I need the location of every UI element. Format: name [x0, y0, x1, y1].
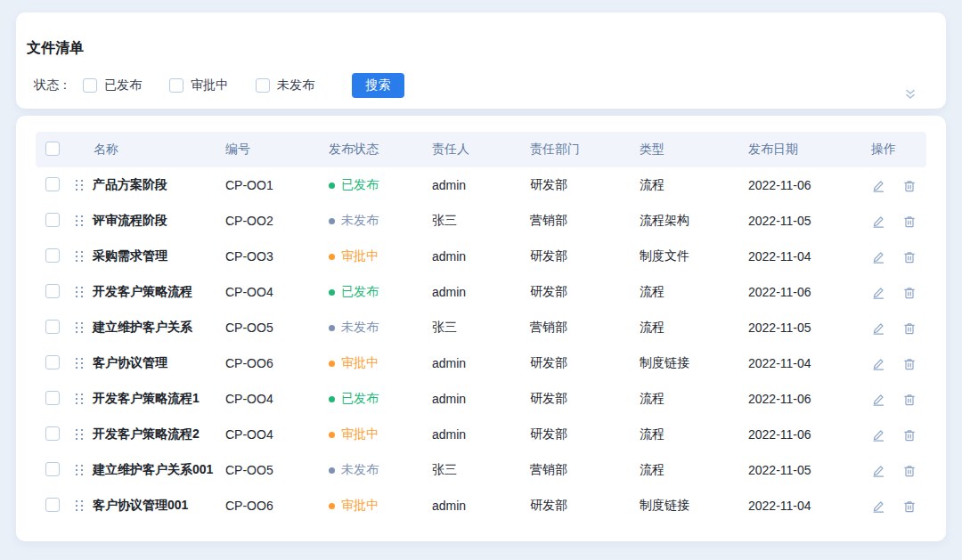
row-checkbox[interactable] — [45, 320, 60, 334]
filter-option-unpublished[interactable]: 未发布 — [256, 77, 314, 93]
row-name: 开发客户策略流程1 — [93, 391, 200, 407]
column-header-owner: 责任人 — [425, 132, 523, 167]
status-badge: 审批中 — [329, 355, 379, 371]
row-date: 2022-11-05 — [741, 203, 864, 239]
status-label: 审批中 — [341, 426, 379, 442]
status-dot-icon — [329, 289, 335, 296]
edit-pencil-icon[interactable] — [871, 428, 885, 442]
status-badge: 未发布 — [329, 213, 379, 229]
row-owner: admin — [425, 167, 523, 203]
row-type: 制度文件 — [632, 239, 741, 274]
double-chevron-down-icon[interactable] — [903, 87, 917, 101]
status-badge: 未发布 — [329, 462, 379, 478]
status-label: 审批中 — [341, 355, 379, 371]
row-code: CP-OO5 — [218, 452, 322, 488]
row-name: 建立维护客户关系001 — [93, 462, 213, 478]
edit-pencil-icon[interactable] — [871, 357, 885, 371]
file-table: 名称 编号 发布状态 责任人 责任部门 类型 发布日期 操作 — [36, 132, 926, 523]
row-checkbox[interactable] — [45, 213, 60, 227]
row-code: CP-OO5 — [218, 310, 322, 345]
row-checkbox[interactable] — [45, 284, 60, 298]
drag-handle-icon[interactable] — [75, 357, 84, 369]
table-row: 客户协议管理001 CP-OO6 审批中 admin 研发部 制度链接 2022… — [36, 488, 926, 523]
trash-icon[interactable] — [902, 286, 917, 300]
trash-icon[interactable] — [902, 357, 917, 371]
status-dot-icon — [329, 467, 335, 474]
row-date: 2022-11-04 — [741, 488, 864, 523]
row-type: 流程 — [632, 167, 741, 203]
status-label: 未发布 — [341, 320, 379, 336]
row-name: 客户协议管理001 — [93, 498, 188, 514]
status-dot-icon — [329, 183, 335, 189]
filter-option-approving[interactable]: 审批中 — [169, 77, 228, 93]
row-checkbox[interactable] — [45, 426, 60, 441]
row-owner: 张三 — [425, 310, 523, 345]
row-checkbox[interactable] — [45, 248, 60, 263]
trash-icon[interactable] — [902, 428, 917, 442]
trash-icon[interactable] — [902, 215, 917, 229]
edit-pencil-icon[interactable] — [871, 393, 885, 407]
row-checkbox[interactable] — [45, 462, 60, 476]
trash-icon[interactable] — [902, 499, 917, 514]
drag-handle-icon[interactable] — [75, 286, 84, 298]
edit-pencil-icon[interactable] — [871, 215, 885, 229]
trash-icon[interactable] — [902, 464, 917, 478]
row-date: 2022-11-06 — [741, 381, 864, 417]
trash-icon[interactable] — [902, 321, 917, 336]
row-name: 采购需求管理 — [93, 248, 167, 264]
row-type: 制度链接 — [632, 345, 741, 381]
table-body: 产品方案阶段 CP-OO1 已发布 admin 研发部 流程 2022-11-0… — [36, 167, 926, 523]
trash-icon[interactable] — [902, 250, 917, 264]
unpublished-checkbox[interactable] — [256, 78, 270, 93]
edit-pencil-icon[interactable] — [871, 499, 885, 514]
row-type: 流程 — [632, 381, 741, 417]
page-title: 文件清单 — [27, 39, 946, 57]
edit-pencil-icon[interactable] — [871, 250, 885, 264]
status-badge: 已发布 — [329, 391, 379, 407]
edit-pencil-icon[interactable] — [871, 321, 885, 336]
column-header-department: 责任部门 — [523, 132, 632, 167]
column-header-type: 类型 — [632, 132, 741, 167]
row-code: CP-OO4 — [218, 274, 322, 310]
row-code: CP-OO4 — [218, 381, 322, 417]
status-label: 已发布 — [341, 177, 379, 193]
drag-handle-icon[interactable] — [75, 215, 84, 227]
row-type: 流程 — [632, 452, 741, 488]
drag-handle-icon[interactable] — [75, 393, 84, 405]
row-checkbox[interactable] — [45, 498, 60, 512]
edit-pencil-icon[interactable] — [871, 464, 885, 478]
trash-icon[interactable] — [902, 179, 917, 193]
row-checkbox[interactable] — [45, 177, 60, 191]
row-name: 产品方案阶段 — [93, 177, 167, 193]
row-name: 建立维护客户关系 — [93, 320, 192, 336]
row-checkbox[interactable] — [45, 355, 60, 369]
filter-row: 状态： 已发布 审批中 未发布 搜索 — [34, 73, 946, 98]
search-button[interactable]: 搜索 — [352, 73, 404, 98]
trash-icon[interactable] — [902, 393, 917, 407]
row-department: 研发部 — [523, 239, 632, 274]
row-date: 2022-11-05 — [741, 452, 864, 488]
drag-handle-icon[interactable] — [75, 250, 84, 263]
row-type: 制度链接 — [632, 488, 741, 523]
status-dot-icon — [329, 218, 335, 224]
row-checkbox[interactable] — [45, 391, 60, 405]
row-department: 研发部 — [523, 381, 632, 417]
drag-handle-icon[interactable] — [75, 179, 84, 191]
edit-pencil-icon[interactable] — [871, 286, 885, 300]
drag-handle-icon[interactable] — [75, 464, 84, 476]
published-checkbox[interactable] — [83, 78, 97, 93]
drag-handle-icon[interactable] — [75, 321, 84, 334]
edit-pencil-icon[interactable] — [871, 179, 885, 193]
status-dot-icon — [329, 361, 335, 367]
row-type: 流程 — [632, 274, 741, 310]
row-code: CP-OO3 — [218, 239, 322, 274]
drag-handle-icon[interactable] — [75, 428, 84, 441]
drag-handle-icon[interactable] — [75, 499, 84, 512]
approving-checkbox[interactable] — [169, 78, 183, 93]
filter-option-published[interactable]: 已发布 — [83, 77, 142, 93]
table-row: 开发客户策略流程1 CP-OO4 已发布 admin 研发部 流程 2022-1… — [36, 381, 926, 417]
status-badge: 已发布 — [329, 284, 379, 300]
row-code: CP-OO4 — [218, 417, 322, 452]
row-department: 研发部 — [523, 167, 632, 203]
select-all-checkbox[interactable] — [45, 142, 60, 156]
